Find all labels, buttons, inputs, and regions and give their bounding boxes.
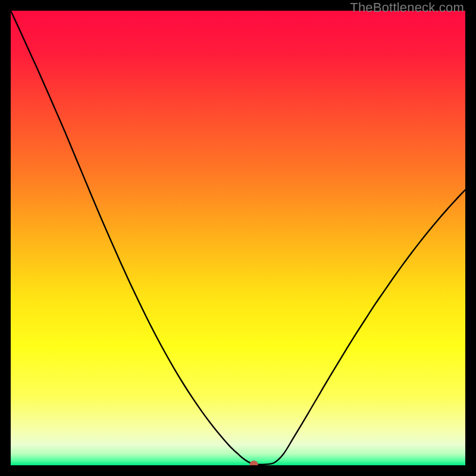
bottleneck-curve-chart <box>11 11 465 465</box>
chart-frame: TheBottleneck.com <box>0 0 476 476</box>
gradient-background <box>11 11 465 465</box>
watermark: TheBottleneck.com <box>350 0 464 15</box>
